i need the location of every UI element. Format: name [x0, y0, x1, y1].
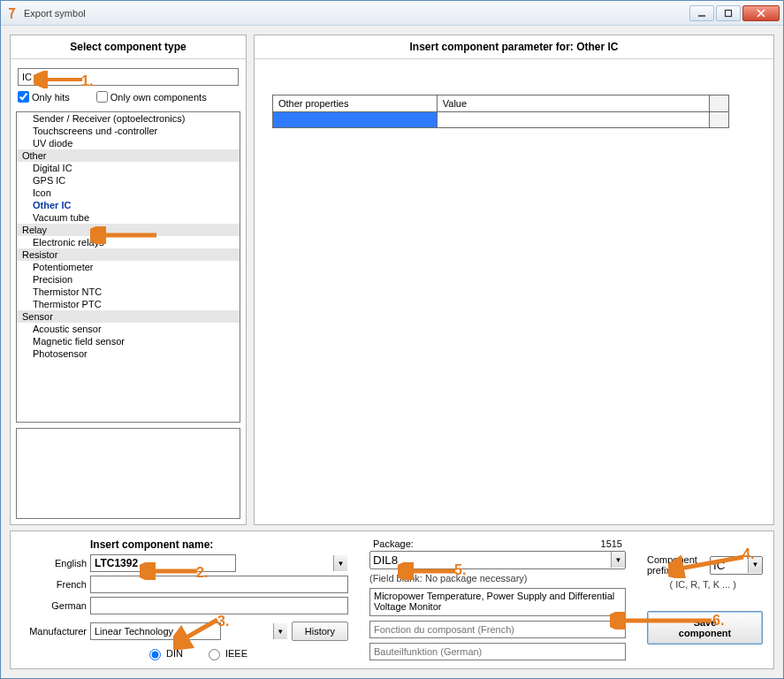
- chevron-down-icon[interactable]: ▼: [273, 623, 287, 639]
- french-label: French: [21, 579, 87, 590]
- right-panel-title: Insert component parameter for: Other IC: [255, 35, 773, 59]
- din-label: DIN: [166, 648, 183, 659]
- app-icon: [4, 6, 19, 20]
- tree-item[interactable]: Touchscreens und -controller: [17, 125, 240, 137]
- properties-table[interactable]: Other properties Value: [272, 95, 729, 128]
- table-row[interactable]: [273, 112, 729, 128]
- ieee-label: IEEE: [225, 648, 247, 659]
- only-hits-label: Only hits: [32, 92, 70, 103]
- component-tree[interactable]: Sender / Receiver (optoelectronics)Touch…: [16, 111, 240, 423]
- prefix-label: Component prefix:: [647, 554, 704, 576]
- ieee-radio[interactable]: IEEE: [204, 646, 247, 660]
- description-en-input[interactable]: [369, 588, 626, 616]
- only-own-checkbox-input[interactable]: [96, 91, 108, 103]
- manufacturer-input[interactable]: [90, 622, 221, 640]
- insert-name-title: Insert component name:: [21, 538, 348, 551]
- ieee-radio-input[interactable]: [209, 649, 220, 660]
- package-input[interactable]: [369, 551, 626, 569]
- package-code: 1515: [601, 538, 622, 549]
- tree-item[interactable]: Magnetic field sensor: [17, 335, 240, 347]
- only-hits-checkbox[interactable]: Only hits: [18, 91, 70, 103]
- tree-category[interactable]: Other: [17, 149, 240, 162]
- tree-item[interactable]: Acoustic sensor: [17, 323, 240, 335]
- german-name-input[interactable]: [90, 597, 348, 614]
- lower-panel: Insert component name: English ▼ French …: [10, 530, 774, 669]
- tree-item[interactable]: Photosensor: [17, 347, 240, 360]
- din-radio-input[interactable]: [149, 649, 161, 660]
- only-hits-checkbox-input[interactable]: [18, 91, 29, 103]
- only-own-label: Only own components: [110, 92, 207, 103]
- client-area: Select component type Only hits Only own…: [1, 26, 783, 678]
- description-de-input[interactable]: [369, 643, 626, 660]
- tree-category[interactable]: Relay: [17, 224, 240, 236]
- chevron-down-icon[interactable]: ▼: [611, 552, 625, 568]
- din-radio[interactable]: DIN: [145, 646, 183, 660]
- tree-item[interactable]: Digital IC: [17, 162, 240, 174]
- preview-box: [16, 428, 240, 519]
- package-label: Package:: [373, 538, 414, 549]
- package-hint: (Field blank: No package necessary): [369, 573, 626, 584]
- chevron-down-icon[interactable]: ▼: [333, 555, 347, 571]
- tree-item[interactable]: UV diode: [17, 137, 240, 149]
- chevron-down-icon[interactable]: ▼: [748, 557, 762, 573]
- english-name-input[interactable]: [90, 554, 236, 572]
- window: Export symbol Select component type: [0, 0, 784, 679]
- english-label: English: [21, 558, 87, 568]
- tree-category[interactable]: Resistor: [17, 248, 240, 261]
- tree-item[interactable]: Potentiometer: [17, 261, 240, 273]
- manufacturer-label: Manufacturer: [21, 626, 87, 637]
- maximize-button[interactable]: [716, 5, 741, 21]
- tree-item[interactable]: Thermistor NTC: [17, 286, 240, 298]
- tree-category[interactable]: Sensor: [17, 310, 240, 323]
- german-label: German: [21, 600, 87, 611]
- left-panel-title: Select component type: [11, 35, 246, 59]
- history-button[interactable]: History: [292, 622, 348, 641]
- tree-item[interactable]: Precision: [17, 273, 240, 286]
- component-search-input[interactable]: [18, 68, 239, 86]
- window-title: Export symbol: [24, 8, 86, 19]
- col-value: Value: [437, 95, 709, 112]
- description-fr-input[interactable]: [369, 621, 626, 638]
- tree-item[interactable]: Vacuum tube: [17, 211, 240, 224]
- minimize-button[interactable]: [689, 5, 714, 21]
- tree-item[interactable]: GPS IC: [17, 174, 240, 187]
- french-name-input[interactable]: [90, 576, 348, 593]
- titlebar: Export symbol: [1, 1, 783, 26]
- tree-item[interactable]: Sender / Receiver (optoelectronics): [17, 112, 240, 125]
- parameter-panel: Insert component parameter for: Other IC…: [254, 34, 774, 525]
- close-button[interactable]: [742, 5, 780, 21]
- tree-item[interactable]: Other IC: [17, 199, 240, 211]
- tree-item[interactable]: Icon: [17, 187, 240, 199]
- col-other-properties: Other properties: [273, 95, 438, 112]
- tree-item[interactable]: Thermistor PTC: [17, 298, 240, 310]
- svg-rect-1: [726, 10, 732, 16]
- prefix-hint: ( IC, R, T, K ... ): [647, 579, 763, 590]
- select-component-panel: Select component type Only hits Only own…: [10, 34, 247, 525]
- tree-item[interactable]: Electronic relays: [17, 236, 240, 248]
- save-component-button[interactable]: Save component: [647, 611, 763, 645]
- only-own-checkbox[interactable]: Only own components: [96, 91, 207, 103]
